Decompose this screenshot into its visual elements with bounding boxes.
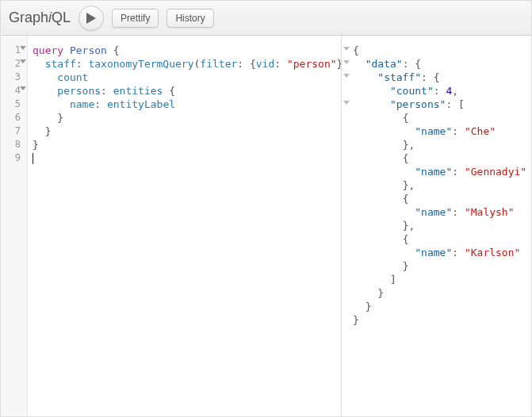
- alias: staff: [45, 58, 76, 70]
- alias: persons: [57, 85, 101, 97]
- text-cursor: [33, 153, 33, 164]
- line-number: 3: [1, 71, 27, 84]
- line-number: 2: [1, 57, 27, 71]
- body: 1 2 3 4 5 6 7 8 9 query Person { staff: …: [1, 36, 531, 416]
- chevron-down-icon[interactable]: [343, 101, 350, 105]
- chevron-down-icon[interactable]: [343, 47, 350, 51]
- field: count: [57, 71, 88, 83]
- field: entityLabel: [107, 98, 175, 110]
- chevron-down-icon[interactable]: [343, 74, 350, 78]
- field: taxonomyTermQuery: [88, 58, 193, 70]
- play-icon: [86, 13, 96, 24]
- topbar: GraphiQL Prettify History: [1, 1, 531, 36]
- json-key: "name": [415, 247, 452, 258]
- history-button[interactable]: History: [166, 9, 213, 28]
- prettify-button[interactable]: Prettify: [112, 9, 159, 28]
- line-number: 6: [1, 111, 27, 124]
- json-string: "Che": [465, 125, 496, 137]
- chevron-down-icon[interactable]: [20, 59, 26, 63]
- chevron-down-icon[interactable]: [343, 60, 350, 64]
- field: entities: [113, 85, 163, 97]
- line-number: 9: [1, 151, 27, 165]
- json-key: "name": [415, 125, 452, 137]
- logo-pre: Graph: [9, 10, 48, 25]
- result-pane: { "data": { "staff": { "count": 4, "pers…: [342, 36, 531, 416]
- string: "person": [287, 58, 337, 70]
- alias: name: [70, 98, 94, 110]
- line-gutter: 1 2 3 4 5 6 7 8 9: [1, 36, 28, 416]
- op-name: Person: [70, 44, 107, 56]
- graphiql-app: GraphiQL Prettify History 1 2 3 4 5 6 7 …: [0, 0, 532, 417]
- query-pane: 1 2 3 4 5 6 7 8 9 query Person { staff: …: [1, 36, 342, 416]
- json-key: "persons": [390, 98, 446, 110]
- json-key: "name": [415, 166, 452, 178]
- line-number: 7: [1, 124, 27, 138]
- line-number: 1: [1, 44, 27, 57]
- json-key: "count": [390, 85, 434, 97]
- json-string: "Gennadyi": [465, 166, 526, 178]
- result-viewer[interactable]: { "data": { "staff": { "count": 4, "pers…: [342, 36, 531, 327]
- line-number: 5: [1, 98, 27, 111]
- json-string: "Karlson": [465, 247, 520, 258]
- line-number: 8: [1, 138, 27, 151]
- json-string: "Malysh": [465, 206, 515, 218]
- query-editor[interactable]: query Person { staff: taxonomyTermQuery(…: [28, 36, 341, 416]
- json-key: "staff": [377, 71, 421, 83]
- execute-button[interactable]: [78, 6, 104, 31]
- arg: vid: [256, 58, 274, 70]
- keyword: query: [33, 44, 63, 56]
- json-key: "name": [415, 206, 452, 218]
- chevron-down-icon[interactable]: [20, 46, 26, 50]
- line-number: 4: [1, 84, 27, 98]
- logo: GraphiQL: [9, 10, 71, 26]
- arg: filter: [200, 58, 237, 70]
- chevron-down-icon[interactable]: [20, 86, 26, 90]
- json-key: "data": [366, 58, 403, 70]
- logo-post: QL: [52, 10, 71, 25]
